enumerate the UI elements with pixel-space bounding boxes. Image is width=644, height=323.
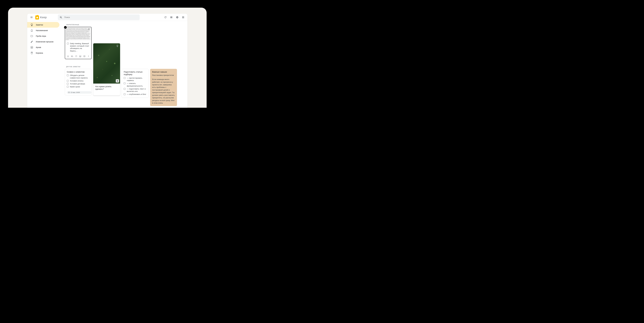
- device-frame: Keep Заметки Напо: [8, 8, 206, 108]
- checklist-item[interactable]: Обсудить детали совместного проекта: [67, 74, 90, 79]
- section-title-others: ДРУГИЕ ЗАМЕТКИ: [66, 66, 185, 68]
- image-icon: [79, 55, 81, 57]
- bell-icon: [67, 55, 69, 57]
- selection-badge: [64, 26, 67, 29]
- pencil-icon: [30, 40, 33, 43]
- apps-grid-icon: [182, 16, 184, 19]
- check-icon: [64, 26, 66, 28]
- search-icon: [60, 16, 62, 19]
- sidebar-item-reminders[interactable]: Напоминания: [27, 28, 60, 33]
- archive-icon: [83, 55, 86, 57]
- sidebar-item-archive[interactable]: Архив: [27, 44, 60, 50]
- checklist-item[interactable]: Daily meeting. Важный момент, который ст…: [67, 42, 90, 52]
- pin-icon[interactable]: [88, 28, 90, 32]
- checklist-item[interactable]: — опубликовать в блог: [124, 93, 146, 96]
- sidebar-item-label: Напоминания: [36, 30, 48, 32]
- sidebar-item-edit-labels[interactable]: Изменение ярлыков: [27, 39, 60, 44]
- checklist-item[interactable]: Какие сроки: [67, 86, 90, 88]
- checkbox-icon[interactable]: [67, 80, 68, 82]
- sidebar-item-label: Архив: [36, 46, 41, 48]
- note-toolbar: [65, 54, 91, 59]
- bell-icon: [30, 29, 33, 32]
- content-row: Заметки Напоминания Проба пера Изменение…: [27, 21, 188, 108]
- more-vert-icon: [87, 55, 90, 57]
- section-title-pinned: ЗАКРЕПЛЕННЫЕ: [66, 24, 185, 26]
- checklist-text: Обсудить детали совместного проекта: [70, 74, 90, 79]
- checkbox-icon[interactable]: [67, 86, 68, 88]
- checkbox-icon[interactable]: [124, 88, 126, 90]
- note-title: Созвон с клиентом: [67, 70, 90, 73]
- clock-icon: [68, 92, 70, 93]
- app-name: Keep: [40, 16, 47, 19]
- trash-icon: [30, 52, 33, 54]
- remind-button[interactable]: [66, 54, 70, 58]
- note-card-pinned[interactable]: Daily meeting. Важный момент, который ст…: [65, 27, 92, 59]
- checklist-text: Daily meeting. Важный момент, который ст…: [70, 42, 90, 52]
- sidebar-item-trash[interactable]: Корзина: [27, 50, 60, 56]
- checklist-item[interactable]: — описать функциональность: [124, 82, 146, 87]
- note-title: Подготовить статью-подборку: [124, 70, 146, 76]
- note-title: Важные навыки: [152, 70, 175, 73]
- search-input[interactable]: [64, 16, 138, 18]
- more-button[interactable]: [87, 54, 90, 58]
- note-checklist: Daily meeting. Важный момент, который ст…: [65, 40, 91, 54]
- logo-area[interactable]: Keep: [35, 15, 47, 20]
- checkbox-icon[interactable]: [124, 77, 126, 79]
- checklist-item[interactable]: Условия оплаты: [67, 80, 90, 82]
- search-box[interactable]: [58, 14, 140, 20]
- note-subtitle: Расстановка приоритетов: [152, 74, 175, 76]
- sidebar-item-notes[interactable]: Заметки: [27, 22, 60, 28]
- checklist-text: Условия договора: [70, 83, 85, 85]
- refresh-button[interactable]: [163, 14, 168, 20]
- note-title: Что нужно успеть сделать?: [95, 85, 118, 90]
- pinned-cards-row: Daily meeting. Важный момент, который ст…: [65, 27, 185, 59]
- palette-button[interactable]: [74, 54, 78, 58]
- archive-button[interactable]: [83, 54, 86, 58]
- sidebar-item-label-proba[interactable]: Проба пера: [27, 33, 60, 39]
- note-card-skills[interactable]: Важные навыки Расстановка приоритетов Ес…: [150, 69, 177, 106]
- checklist-item[interactable]: — подготовить текст и вычитать его: [124, 88, 146, 92]
- view-toggle-button[interactable]: [169, 14, 174, 20]
- sidebar-item-label: Изменение ярлыков: [36, 41, 54, 43]
- palette-icon: [75, 55, 77, 57]
- note-card-image[interactable]: Что нужно успеть сделать?: [93, 43, 120, 96]
- image-button[interactable]: [78, 54, 82, 58]
- checklist-item[interactable]: Условия договора: [67, 83, 90, 85]
- collaborator-button[interactable]: [70, 54, 74, 58]
- list-view-icon: [170, 16, 173, 19]
- apps-button[interactable]: [180, 14, 186, 20]
- person-add-icon: [71, 55, 73, 57]
- sidebar-item-label: Заметки: [36, 24, 43, 26]
- note-body: Если команда много работает, но прогресс…: [152, 78, 175, 104]
- checklist-text: — опубликовать в блог: [127, 93, 146, 96]
- trash-icon: [116, 80, 118, 82]
- settings-button[interactable]: [174, 14, 180, 20]
- checklist-item[interactable]: — протестировать сервисы: [124, 77, 146, 82]
- pin-icon[interactable]: [116, 44, 119, 48]
- checkbox-icon[interactable]: [124, 93, 126, 95]
- bulb-icon: [30, 24, 33, 26]
- delete-image-button[interactable]: [116, 79, 119, 82]
- gear-icon: [176, 16, 178, 19]
- checklist-text: — описать функциональность: [127, 82, 146, 87]
- header-actions: [163, 14, 186, 20]
- menu-button[interactable]: [29, 14, 34, 20]
- refresh-icon: [164, 16, 167, 19]
- app-window: Keep Заметки Напо: [27, 14, 188, 108]
- checkbox-icon[interactable]: [124, 82, 126, 84]
- archive-icon: [30, 46, 33, 49]
- sidebar-item-label: Корзина: [36, 52, 43, 54]
- checkbox-icon[interactable]: [67, 74, 68, 76]
- note-card-sozvon[interactable]: Созвон с клиентом Обсудить детали совмес…: [65, 69, 92, 96]
- checklist-text: — протестировать сервисы: [127, 77, 146, 82]
- note-header-preview: Daily meeting. Важный момент, который ст…: [65, 27, 91, 40]
- chip-text: 12 мая, 18:00: [70, 92, 80, 93]
- main-area: ЗАКРЕПЛЕННЫЕ Daily meeting. Важный момен…: [60, 21, 188, 108]
- pine-texture: [93, 43, 120, 84]
- note-card-article[interactable]: Подготовить статью-подборку — протестиро…: [122, 69, 148, 98]
- checkbox-icon[interactable]: [67, 83, 68, 85]
- menu-icon: [30, 16, 33, 19]
- header: Keep: [27, 14, 188, 21]
- reminder-chip[interactable]: 12 мая, 18:00: [67, 91, 92, 94]
- checkbox-icon[interactable]: [67, 43, 69, 44]
